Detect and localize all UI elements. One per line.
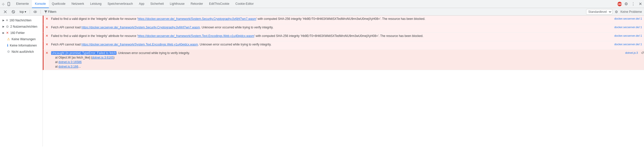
log-entry-4: ✕Uncaught (in promise) TypeError: Failed… — [43, 50, 644, 70]
expand-icon-0: ▶ — [3, 19, 5, 22]
log-body-2: Failed to find a valid digest in the 'in… — [51, 34, 612, 38]
sidebar-icon-neutral-0: ≡ — [6, 18, 8, 22]
sidebar: ▶≡160 Nachrichten▶⊙2 Nutzernachrichten▶✕… — [0, 16, 43, 146]
log-entry-1: ✕Fetch API cannot load https://docker.se… — [43, 24, 644, 33]
sidebar-label-5: Nicht ausführlich — [12, 50, 34, 54]
error-icon-4: ✕ — [46, 51, 50, 55]
sidebar-icon-info-4: ℹ — [7, 43, 8, 47]
tab-lighthouse[interactable]: Lighthouse — [167, 0, 188, 8]
error-count-badge: 160 — [617, 2, 622, 6]
no-issues-label: Keine Probleme — [621, 10, 642, 14]
clear-button[interactable] — [2, 10, 9, 14]
sidebar-label-4: Keine Informationen — [10, 44, 37, 47]
log-source-4[interactable]: dotnet.js:3 — [623, 51, 640, 54]
sidebar-icon-grey-5: ⚙ — [7, 50, 10, 54]
sidebar-icon-neutral-1: ⊙ — [6, 25, 9, 28]
log-source-3[interactable]: docker.secserver.de/:1 — [612, 43, 644, 46]
log-body-3: Fetch API cannot load https://docker.sec… — [51, 42, 612, 47]
tab-leistung[interactable]: Leistung — [87, 0, 104, 8]
expand-icon-2: ▶ — [3, 31, 5, 34]
tab-speicherverbrauch[interactable]: Speicherverbrauch — [105, 0, 136, 8]
tab-editthiscookie[interactable]: EditThisCookie — [206, 0, 232, 8]
sidebar-label-3: Keine Warnungen — [12, 37, 36, 41]
tab-sicherheit[interactable]: Sicherheit — [147, 0, 167, 8]
error-icon-3: ✕ — [46, 42, 50, 46]
stack-link-4-1[interactable]: dotnet.js:3:16586 — [58, 60, 82, 64]
eye-button[interactable] — [32, 10, 38, 14]
tab-rekorder[interactable]: Rekorder — [188, 0, 206, 8]
log-link-0[interactable]: https://docker.secserver.de/_framework/S… — [138, 17, 256, 21]
stack-line-4-1: at dotnet.js:3:16586 — [51, 60, 623, 64]
top-selector[interactable]: top ▾ — [18, 10, 28, 14]
stack-line-4-0: at Object.W [as fetch_like] (dotnet.js:3… — [51, 55, 623, 60]
error-icon-0: ✕ — [46, 17, 50, 21]
log-body-1: Fetch API cannot load https://docker.sec… — [51, 25, 612, 30]
tab-list: ElementeKonsoleQuellcodeNetzwerkLeistung… — [13, 0, 257, 8]
log-link-3[interactable]: https://docker.secserver.de/_framework/S… — [82, 43, 198, 46]
toolbar-settings-icon[interactable]: ⚙ — [614, 9, 619, 14]
toolbar-right: Standardlevel ⚙ Keine Probleme — [586, 9, 642, 15]
log-link-2[interactable]: https://docker.secserver.de/_framework/S… — [138, 34, 254, 38]
log-entry-3: ✕Fetch API cannot load https://docker.se… — [43, 41, 644, 50]
tab-elemente[interactable]: Elemente — [13, 0, 32, 8]
log-source-2[interactable]: docker.secserver.de/:1 — [612, 34, 644, 37]
tab-cookie-editor[interactable]: Cookie-Editor — [232, 0, 257, 8]
devtools-icons: ⊹ — [1, 2, 13, 6]
svg-marker-8 — [44, 11, 47, 13]
stack-line-4-2: at dotnet.js:3:166... — [51, 64, 623, 69]
sidebar-item-3[interactable]: ⚠Keine Warnungen — [0, 36, 43, 42]
log-entry-0: ✕Failed to find a valid digest in the 'i… — [43, 16, 644, 24]
console-content: ✕Failed to find a valid digest in the 'i… — [43, 16, 644, 146]
sidebar-label-1: 2 Nutzernachrichten — [10, 25, 37, 28]
separator — [30, 10, 30, 14]
svg-line-5 — [12, 11, 14, 13]
sidebar-label-0: 160 Nachrichten — [10, 19, 31, 22]
filter-button[interactable]: Filtern — [43, 10, 58, 14]
log-link-1[interactable]: https://docker.secserver.de/_framework/S… — [82, 26, 200, 29]
tab-app[interactable]: App — [136, 0, 147, 8]
sidebar-item-1[interactable]: ▶⊙2 Nutzernachrichten — [0, 23, 43, 30]
expand-icon-1: ▶ — [3, 25, 5, 28]
console-toolbar: top ▾ Filtern Standardlevel ⚙ Keine Prob… — [0, 8, 644, 16]
sidebar-item-5[interactable]: ⚙Nicht ausführlich — [0, 48, 43, 55]
tab-konsole[interactable]: Konsole — [32, 0, 49, 8]
settings-icon[interactable]: ⚙ — [623, 1, 629, 7]
tab-bar: ⊹ ElementeKonsoleQuellcodeNetzwerkLeistu… — [0, 0, 644, 8]
sidebar-icon-warn-3: ⚠ — [7, 37, 10, 41]
stack-link-4-2[interactable]: dotnet.js:3:166 — [58, 65, 78, 68]
error-icon-2: ✕ — [46, 34, 50, 38]
ban-button[interactable] — [10, 10, 17, 14]
mobile-icon[interactable] — [7, 2, 11, 6]
sidebar-icon-error-2: ✕ — [6, 31, 9, 35]
svg-point-7 — [35, 11, 36, 12]
cursor-icon[interactable]: ⊹ — [1, 2, 6, 6]
sidebar-item-4[interactable]: ℹKeine Informationen — [0, 42, 43, 48]
sidebar-item-2[interactable]: ▶✕160 Fehler — [0, 30, 43, 36]
svg-point-1 — [9, 5, 9, 5]
reload-icon-4[interactable]: ↺ — [641, 51, 644, 55]
log-source-0[interactable]: docker.secserver.de/:1 — [612, 17, 644, 20]
tab-quellcode[interactable]: Quellcode — [49, 0, 68, 8]
level-select[interactable]: Standardlevel — [586, 9, 612, 15]
tab-bar-right: 160 ⚙ ⋮ ✕ — [617, 1, 643, 7]
sidebar-label-2: 160 Fehler — [10, 31, 25, 35]
stack-link-4-0[interactable]: dotnet.js:3:6165 — [92, 56, 113, 59]
more-icon[interactable]: ⋮ — [630, 1, 636, 7]
error-icon-1: ✕ — [46, 25, 50, 29]
highlight-phrase-4: Uncaught (in promise) TypeError: Failed … — [51, 51, 116, 55]
tab-netzwerk[interactable]: Netzwerk — [68, 0, 87, 8]
sidebar-item-0[interactable]: ▶≡160 Nachrichten — [0, 17, 43, 23]
log-body-0: Failed to find a valid digest in the 'in… — [51, 17, 612, 21]
separator2 — [41, 10, 41, 14]
close-icon[interactable]: ✕ — [637, 1, 643, 7]
log-entry-2: ✕Failed to find a valid digest in the 'i… — [43, 33, 644, 41]
log-body-4: Uncaught (in promise) TypeError: Failed … — [51, 51, 623, 69]
log-source-1[interactable]: docker.secserver.de/:1 — [612, 26, 644, 29]
main-area: ▶≡160 Nachrichten▶⊙2 Nutzernachrichten▶✕… — [0, 16, 644, 146]
